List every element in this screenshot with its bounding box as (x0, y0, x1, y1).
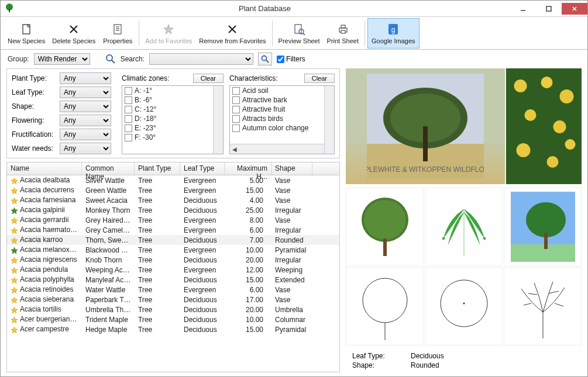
zone-item[interactable]: F: -30° (122, 133, 223, 142)
col-header-name[interactable]: Name (7, 162, 82, 175)
photo-secondary[interactable] (506, 68, 582, 184)
table-row[interactable]: Acacia tortilisUmbrella ThornTreeDeciduo… (7, 305, 339, 314)
svg-rect-9 (114, 25, 121, 34)
x-icon (226, 22, 239, 36)
toolbar-google-images[interactable]: gGoogle Images (367, 18, 419, 49)
thumbnail-3[interactable] (504, 188, 582, 266)
favorite-star-icon (11, 257, 18, 264)
zone-item[interactable]: E: -23° (122, 123, 223, 133)
thumbnail-1[interactable] (346, 188, 424, 266)
characteristic-item[interactable]: Acid soil (230, 86, 334, 95)
table-row[interactable]: Acer buergerianumTrident MapleTreeDecidu… (7, 314, 339, 324)
svg-point-57 (547, 156, 559, 168)
table-row[interactable]: Acacia nigrescensKnob ThornTreeDeciduous… (7, 255, 339, 265)
minimize-button[interactable] (510, 3, 536, 15)
svg-line-25 (112, 60, 115, 63)
svg-marker-13 (164, 25, 173, 34)
svg-line-18 (303, 33, 305, 35)
filter-select-plant_type[interactable]: Any (60, 72, 111, 84)
group-select[interactable]: With Render (34, 53, 90, 65)
maximize-button[interactable] (536, 3, 562, 15)
svg-point-24 (106, 55, 112, 61)
svg-marker-42 (11, 317, 18, 323)
scroll-left-icon[interactable]: ◀ (230, 144, 239, 154)
table-row[interactable]: Acacia gerrardiiGrey Haired A...TreeEver… (7, 215, 339, 225)
filter-select-shape[interactable]: Any (60, 101, 111, 112)
svg-point-56 (517, 143, 531, 157)
table-row[interactable]: Acacia karrooThorn, Sweet...TreeDeciduou… (7, 235, 339, 245)
toolbar-remove-favorites[interactable]: Remove from Favorites (195, 18, 269, 49)
col-header-maxheight[interactable]: Maximum H... (225, 162, 271, 175)
search-button[interactable] (258, 53, 272, 65)
preview-icon (293, 22, 305, 36)
characteristics-label: Characteristics: (229, 74, 278, 82)
scroll-right-icon[interactable]: ▶ (325, 144, 334, 154)
favorite-star-icon (11, 217, 18, 224)
svg-marker-43 (11, 327, 18, 333)
table-row[interactable]: Acer campestreHedge MapleTreeDeciduous15… (7, 324, 339, 334)
characteristic-item[interactable]: Autumn color change (230, 123, 334, 133)
table-row[interactable]: Acacia decurrensGreen WattleTreeEvergree… (7, 185, 339, 195)
favorite-star-icon (11, 286, 18, 294)
filter-select-flowering[interactable]: Any (60, 115, 111, 126)
svg-point-55 (553, 120, 566, 133)
thumbnail-2[interactable] (425, 188, 503, 266)
detail-shape-value: Rounded (411, 361, 575, 369)
detail-leaftype-value: Deciduous (411, 352, 575, 360)
thumbnail-4[interactable] (346, 267, 424, 345)
table-row[interactable]: Acacia farnesianaSweet AcaciaTreeDeciduo… (7, 195, 339, 205)
characteristic-item[interactable]: Attractive fruit (230, 105, 334, 114)
toolbar-delete-species[interactable]: Delete Species (49, 18, 99, 49)
characteristics-list[interactable]: Acid soilAttractive barkAttractive fruit… (229, 85, 335, 154)
toolbar-print-sheet[interactable]: Print Sheet (324, 18, 362, 49)
toolbar-new-species[interactable]: New Species (4, 18, 49, 49)
filters-checkbox[interactable]: Filters (277, 55, 305, 63)
svg-marker-33 (11, 227, 18, 234)
zone-item[interactable]: A: -1° (122, 86, 223, 95)
table-row[interactable]: Acacia dealbataSilver WattleTreeEvergree… (7, 175, 339, 185)
table-row[interactable]: Acacia sieberanaPaperbark Th...TreeDecid… (7, 295, 339, 305)
table-row[interactable]: Acacia haematoxylonGrey Camel T...TreeEv… (7, 225, 339, 235)
svg-rect-20 (341, 25, 345, 28)
svg-point-68 (526, 202, 566, 237)
favorite-star-icon (11, 227, 18, 234)
table-row[interactable]: Acacia melanoxylonBlackwood Ac...TreeEve… (7, 245, 339, 255)
zone-item[interactable]: C: -12° (122, 105, 223, 114)
table-row[interactable]: Acacia galpiniiMonkey ThornTreeDeciduous… (7, 205, 339, 215)
svg-marker-31 (11, 207, 18, 214)
climatic-zones-list[interactable]: A: -1°B: -6°C: -12°D: -18°E: -23°F: -30° (122, 85, 223, 154)
filter-select-leaf_type[interactable]: Any (60, 87, 111, 98)
zone-item[interactable]: D: -18° (122, 114, 223, 123)
svg-marker-36 (11, 257, 18, 264)
filter-select-water_needs[interactable]: Any (60, 143, 111, 154)
toolbar-properties[interactable]: Properties (99, 18, 136, 49)
clear-char-button[interactable]: Clear (304, 74, 335, 83)
table-row[interactable]: Acacia polyphyllaManyleaf AcaciaTreeDeci… (7, 275, 339, 285)
filter-label-water_needs: Water needs: (12, 144, 60, 153)
col-header-common[interactable]: Common Name (82, 162, 135, 175)
search-combo[interactable] (149, 53, 253, 65)
svg-marker-39 (11, 287, 18, 293)
col-header-planttype[interactable]: Plant Type (135, 162, 180, 175)
characteristic-item[interactable]: Attracts birds (230, 114, 334, 123)
col-header-leaftype[interactable]: Leaf Type (180, 162, 225, 175)
photo-main[interactable]: © M D HEPPLEWHITE & WITKOPPEN WILDFLOWER… (346, 68, 505, 184)
svg-marker-41 (11, 307, 18, 313)
filter-select-fructification[interactable]: Any (60, 129, 111, 140)
species-table: Name Common Name Plant Type Leaf Type Ma… (6, 162, 340, 372)
clear-zones-button[interactable]: Clear (193, 74, 223, 83)
zone-item[interactable]: B: -6° (122, 95, 223, 105)
thumbnail-6[interactable] (504, 267, 582, 345)
table-row[interactable]: Acacia pendulaWeeping AcaciaTreeEvergree… (7, 265, 339, 275)
doc-icon (20, 22, 33, 36)
characteristic-item[interactable]: Attractive bark (230, 95, 334, 105)
svg-rect-67 (511, 244, 575, 262)
toolbar-add-favorites[interactable]: Add to Favorites (142, 18, 195, 49)
filter-label-leaf_type: Leaf Type: (12, 88, 60, 96)
toolbar-preview-sheet[interactable]: Preview Sheet (275, 18, 324, 49)
thumbnail-5[interactable] (425, 267, 503, 345)
table-row[interactable]: Acacia retinoidesWater WattleTreeEvergre… (7, 285, 339, 295)
col-header-shape[interactable]: Shape (271, 162, 312, 175)
toolbar: New SpeciesDelete SpeciesPropertiesAdd t… (1, 17, 587, 50)
close-button[interactable] (562, 3, 587, 15)
